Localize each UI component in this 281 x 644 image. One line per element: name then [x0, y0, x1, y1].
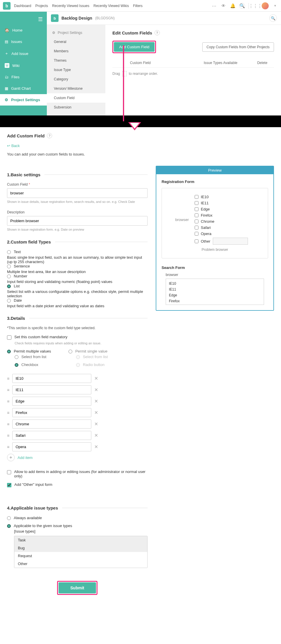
delete-item-icon[interactable]: ✕: [94, 398, 98, 404]
mandatory-checkbox[interactable]: Set this custom field mandatory: [7, 335, 148, 340]
project-key: (BLGDSGN): [95, 16, 115, 20]
type-date-radio[interactable]: Date: [7, 298, 148, 303]
nav-recent-issues[interactable]: Recently Viewed Issues: [52, 4, 89, 8]
search-form-select[interactable]: IE10IE11EdgeFirefox: [166, 279, 264, 305]
settings-category[interactable]: Category: [47, 75, 105, 84]
issue-type-option[interactable]: Request: [14, 552, 147, 560]
settings-themes[interactable]: Themes: [47, 56, 105, 65]
list-item-input[interactable]: [12, 374, 91, 383]
watch-icon[interactable]: 👁: [220, 3, 226, 9]
issue-type-option[interactable]: Task: [14, 536, 147, 544]
sidebar-issues[interactable]: ▤Issues: [0, 36, 47, 47]
add-other-checkbox[interactable]: Add "Other" input form: [7, 482, 148, 487]
hamburger-icon[interactable]: ☰: [0, 14, 47, 25]
search-option[interactable]: Edge: [168, 292, 262, 298]
add-item-button[interactable]: +Add item: [7, 454, 148, 461]
type-text-radio[interactable]: Text: [7, 250, 148, 254]
copy-fields-button[interactable]: Copy Custom Fields from Other Projects: [202, 42, 274, 52]
drag-handle-icon[interactable]: ≡: [7, 376, 9, 381]
preview-checkbox[interactable]: Opera: [195, 232, 248, 236]
settings-version[interactable]: Version/ Milestone: [47, 84, 105, 93]
delete-item-icon[interactable]: ✕: [94, 387, 98, 393]
app-logo[interactable]: b: [3, 2, 11, 10]
search-option[interactable]: IE10: [168, 281, 262, 286]
preview-checkbox[interactable]: Edge: [195, 207, 248, 211]
delete-item-icon[interactable]: ✕: [94, 410, 98, 415]
delete-item-icon[interactable]: ✕: [94, 444, 98, 450]
settings-members[interactable]: Members: [47, 46, 105, 56]
preview-checkbox[interactable]: Chrome: [195, 219, 248, 224]
preview-checkbox[interactable]: IE11: [195, 201, 248, 205]
add-custom-field-button[interactable]: Add Custom Field: [114, 42, 155, 52]
list-item-input[interactable]: [12, 408, 91, 417]
more-icon[interactable]: ⋯: [211, 3, 217, 9]
bell-icon[interactable]: 🔔: [230, 3, 236, 9]
drag-handle-icon[interactable]: ≡: [7, 388, 9, 392]
issue-types-select[interactable]: TaskBugRequestOther: [14, 536, 148, 568]
list-item-input[interactable]: [12, 385, 91, 394]
type-desc: Multiple line text-area, like an issue d…: [7, 270, 148, 274]
settings-subversion[interactable]: Subversion: [47, 103, 105, 112]
sidebar-project-settings[interactable]: ⚙Project Settings: [0, 94, 47, 106]
field-name-input[interactable]: [7, 188, 148, 198]
checkbox-radio[interactable]: Checkbox: [15, 362, 51, 367]
issue-type-option[interactable]: Bug: [14, 544, 147, 552]
nav-projects[interactable]: Projects: [35, 4, 48, 8]
allow-add-items-checkbox[interactable]: Allow to add items in adding or editing …: [7, 469, 148, 478]
drag-handle-icon[interactable]: ≡: [7, 422, 9, 427]
list-item-input[interactable]: [12, 419, 91, 429]
list-item-input[interactable]: [12, 397, 91, 406]
submit-button[interactable]: Submit: [59, 582, 96, 593]
type-number-radio[interactable]: Number: [7, 274, 148, 278]
back-link[interactable]: ↩ Back: [7, 144, 20, 148]
sidebar-gantt[interactable]: ▦Gantt Chart: [0, 83, 47, 94]
field-desc-input[interactable]: [7, 216, 148, 226]
project-search-icon[interactable]: 🔍: [269, 14, 277, 22]
delete-item-icon[interactable]: ✕: [94, 376, 98, 381]
permit-single-radio[interactable]: Permit single value: [68, 349, 108, 353]
list-item-input[interactable]: [12, 442, 91, 451]
help-icon[interactable]: ?: [47, 133, 52, 138]
search-option[interactable]: Firefox: [168, 298, 262, 304]
preview-checkbox[interactable]: Firefox: [195, 213, 248, 217]
preview-help-text: Problem browser: [168, 248, 261, 252]
delete-item-icon[interactable]: ✕: [94, 433, 98, 438]
drag-handle-icon[interactable]: ≡: [7, 410, 9, 415]
main-panel: Edit Custom Fields? Add Custom Field Cop…: [105, 25, 281, 115]
permit-multiple-radio[interactable]: Permit multiple values: [7, 349, 51, 353]
nav-filters[interactable]: Filters: [133, 4, 143, 8]
type-desc: Input field with a date picker and valid…: [7, 304, 148, 308]
add-custom-field-page: Add Custom Field? ↩ Back You can add you…: [0, 127, 281, 610]
settings-custom-field[interactable]: Custom Field: [47, 93, 105, 103]
type-sentence-radio[interactable]: Sentence: [7, 264, 148, 268]
drag-handle-icon[interactable]: ≡: [7, 445, 9, 449]
avatar[interactable]: [262, 2, 269, 9]
apps-icon[interactable]: ⋮⋮⋮: [252, 3, 258, 9]
chevron-down-icon[interactable]: ▼: [272, 3, 278, 9]
preview-other-checkbox[interactable]: Other: [195, 238, 248, 245]
nav-dashboard[interactable]: Dashboard: [14, 4, 31, 8]
settings-issue-type[interactable]: Issue Type: [47, 65, 105, 75]
preview-other-input[interactable]: [213, 238, 248, 245]
delete-item-icon[interactable]: ✕: [94, 421, 98, 427]
search-option[interactable]: IE11: [168, 286, 262, 292]
help-icon[interactable]: ?: [155, 30, 160, 35]
preview-checkbox[interactable]: Safari: [195, 225, 248, 230]
nav-recent-wikis[interactable]: Recently Viewed Wikis: [93, 4, 129, 8]
drag-handle-icon[interactable]: ≡: [7, 399, 9, 404]
preview-checkbox[interactable]: IE10: [195, 195, 248, 199]
select-from-list-radio[interactable]: Select from list: [15, 355, 51, 359]
sidebar-files[interactable]: 🗂Files: [0, 71, 47, 83]
annotation-arrow: [123, 45, 124, 121]
applicable-types-radio[interactable]: Applicable to the given issue types: [7, 524, 148, 528]
settings-general[interactable]: General: [47, 37, 105, 46]
sidebar-home[interactable]: 🏠Home: [0, 25, 47, 36]
issue-type-option[interactable]: Other: [14, 560, 147, 568]
sidebar-add-issue[interactable]: ＋Add Issue: [0, 47, 47, 60]
search-icon[interactable]: 🔍: [239, 3, 245, 9]
always-available-radio[interactable]: Always available: [7, 516, 148, 520]
type-list-radio[interactable]: List: [7, 284, 148, 288]
list-item-input[interactable]: [12, 431, 91, 440]
drag-handle-icon[interactable]: ≡: [7, 433, 9, 438]
sidebar-wiki[interactable]: WWiki: [0, 60, 47, 71]
